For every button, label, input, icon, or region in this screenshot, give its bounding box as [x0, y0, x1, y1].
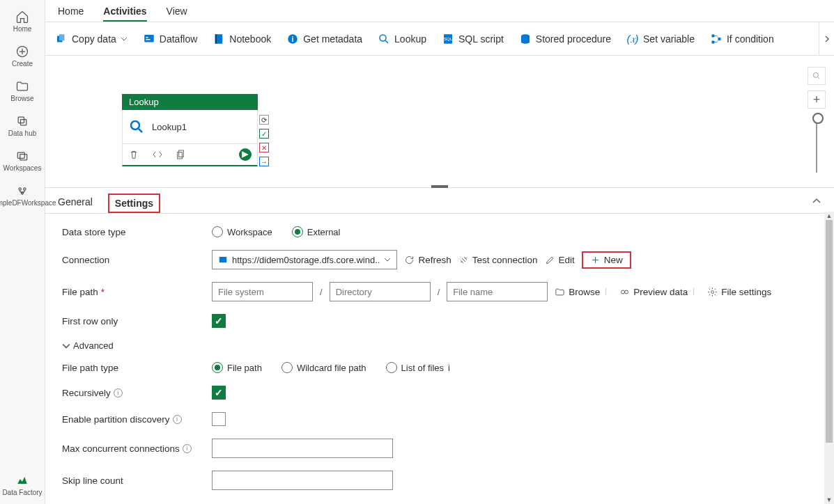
ribbon-set-variable[interactable]: (𝑥) Set variable	[626, 33, 695, 45]
label-skip-line-count: Skip line count	[62, 475, 212, 486]
ribbon-sql-script[interactable]: SQL SQL script	[442, 33, 504, 45]
file-system-input[interactable]	[212, 282, 313, 301]
sidebar-label: Data Factory	[2, 489, 42, 497]
sidebar-item-workspace-instance[interactable]: SampleDFWorkspace	[1, 180, 43, 214]
svg-point-31	[711, 290, 714, 293]
copy-icon[interactable]	[176, 149, 187, 160]
sidebar-item-datafactory[interactable]: Data Factory	[1, 469, 43, 504]
radio-workspace[interactable]: Workspace	[212, 226, 272, 237]
ribbon-label: If condition	[727, 33, 774, 45]
connector-generic[interactable]: ⟳	[259, 115, 269, 125]
tab-activities[interactable]: Activities	[103, 6, 146, 22]
ribbon-label: Lookup	[394, 33, 426, 45]
chevron-up-icon	[812, 196, 821, 206]
svg-point-17	[380, 35, 386, 41]
ribbon-label: Get metadata	[303, 33, 362, 45]
ribbon-stored-procedure[interactable]: Stored procedure	[519, 33, 611, 45]
detail-tab-general[interactable]: General	[58, 196, 93, 213]
settings-panel: Data store type Workspace External Conne…	[45, 214, 834, 504]
max-concurrent-input[interactable]	[212, 439, 393, 458]
scrollbar-thumb[interactable]	[826, 220, 833, 443]
tab-home[interactable]: Home	[58, 6, 84, 22]
dataflow-icon	[143, 33, 155, 45]
info-icon[interactable]: i	[448, 363, 450, 373]
run-icon[interactable]	[239, 148, 252, 161]
first-row-only-checkbox[interactable]	[212, 314, 226, 328]
connection-select[interactable]: https://didem0storage.dfs.core.wind..	[212, 250, 397, 269]
activity-type-label: Lookup	[122, 94, 258, 110]
ribbon-if-condition[interactable]: If condition	[710, 33, 774, 45]
connector-failure[interactable]: ✕	[259, 143, 269, 152]
radio-wildcard[interactable]: Wildcard file path	[281, 362, 366, 373]
sidebar-label: Home	[13, 25, 32, 33]
skip-line-count-input[interactable]	[212, 471, 393, 490]
svg-point-27	[813, 72, 818, 77]
sidebar-item-browse[interactable]: Browse	[1, 75, 43, 110]
activity-card-lookup[interactable]: Lookup Lookup1 ⟳ ✓ ✕ →	[122, 94, 258, 166]
pipeline-canvas[interactable]: Lookup Lookup1 ⟳ ✓ ✕ → +	[45, 56, 834, 188]
svg-rect-14	[215, 34, 217, 44]
radio-list-files[interactable]: List of files i	[386, 362, 450, 373]
svg-point-24	[131, 121, 139, 129]
ribbon-scroll-right[interactable]	[819, 22, 834, 55]
activity-toolbar	[122, 144, 258, 166]
storage-icon	[218, 255, 228, 265]
ribbon-dataflow[interactable]: Dataflow	[143, 33, 197, 45]
file-name-input[interactable]	[447, 282, 548, 301]
file-settings-button[interactable]: File settings	[707, 287, 771, 297]
ribbon-lookup[interactable]: Lookup	[378, 33, 426, 45]
svg-text:i: i	[292, 34, 294, 42]
svg-point-5	[19, 188, 21, 190]
activities-ribbon: Copy data Dataflow Notebook i Get metada…	[45, 22, 834, 56]
path-separator: /	[320, 287, 323, 297]
preview-data-button[interactable]: Preview data	[619, 287, 688, 297]
radio-external[interactable]: External	[292, 226, 341, 237]
new-button[interactable]: New	[582, 251, 631, 269]
activity-name-label: Lookup1	[152, 122, 187, 132]
sidebar-item-home[interactable]: Home	[1, 6, 43, 40]
code-icon[interactable]	[152, 149, 163, 160]
info-icon[interactable]: i	[173, 415, 182, 424]
sidebar-item-create[interactable]: Create	[1, 40, 43, 75]
connector-success[interactable]: ✓	[259, 129, 269, 139]
chevron-down-icon[interactable]	[693, 288, 700, 295]
zoom-slider[interactable]	[816, 117, 817, 173]
edit-button[interactable]: Edit	[545, 255, 575, 265]
scroll-down-icon[interactable]: ▼	[824, 496, 834, 504]
tab-view[interactable]: View	[167, 6, 187, 22]
recursively-checkbox[interactable]	[212, 386, 226, 400]
directory-input[interactable]	[330, 282, 431, 301]
connector-completion[interactable]: →	[259, 157, 269, 166]
vertical-scrollbar[interactable]: ▲ ▼	[824, 212, 834, 504]
zoom-fit-button[interactable]	[808, 67, 826, 85]
detail-tab-settings[interactable]: Settings	[108, 194, 160, 213]
chevron-down-icon[interactable]	[605, 288, 612, 295]
browse-button[interactable]: Browse	[555, 287, 600, 297]
folder-icon	[15, 79, 29, 93]
info-icon[interactable]: i	[114, 388, 123, 397]
sql-icon: SQL	[442, 33, 454, 45]
radio-file-path[interactable]: File path	[212, 362, 262, 373]
collapse-panel-button[interactable]	[812, 196, 821, 208]
svg-rect-10	[144, 35, 154, 42]
scroll-up-icon[interactable]: ▲	[824, 212, 834, 220]
info-icon[interactable]: i	[183, 444, 192, 453]
delete-icon[interactable]	[128, 149, 139, 160]
sidebar-item-workspaces[interactable]: Workspaces	[1, 145, 43, 180]
partition-discovery-checkbox[interactable]	[212, 412, 226, 426]
ribbon-copy-data[interactable]: Copy data	[55, 33, 128, 45]
advanced-expander[interactable]: Advanced	[62, 340, 114, 351]
search-icon	[378, 33, 390, 45]
zoom-in-button[interactable]: +	[808, 90, 826, 109]
label-data-store-type: Data store type	[62, 227, 212, 237]
sidebar-item-datahub[interactable]: Data hub	[1, 110, 43, 145]
ribbon-get-metadata[interactable]: i Get metadata	[286, 33, 362, 45]
ribbon-label: Dataflow	[160, 33, 197, 45]
test-connection-button[interactable]: Test connection	[458, 255, 538, 265]
ribbon-notebook[interactable]: Notebook	[213, 33, 271, 45]
plus-circle-icon	[15, 45, 29, 58]
label-first-row-only: First row only	[62, 316, 212, 326]
refresh-button[interactable]: Refresh	[404, 255, 451, 265]
sidebar-label: Workspaces	[3, 164, 42, 173]
detail-tabs: General Settings	[45, 188, 834, 214]
